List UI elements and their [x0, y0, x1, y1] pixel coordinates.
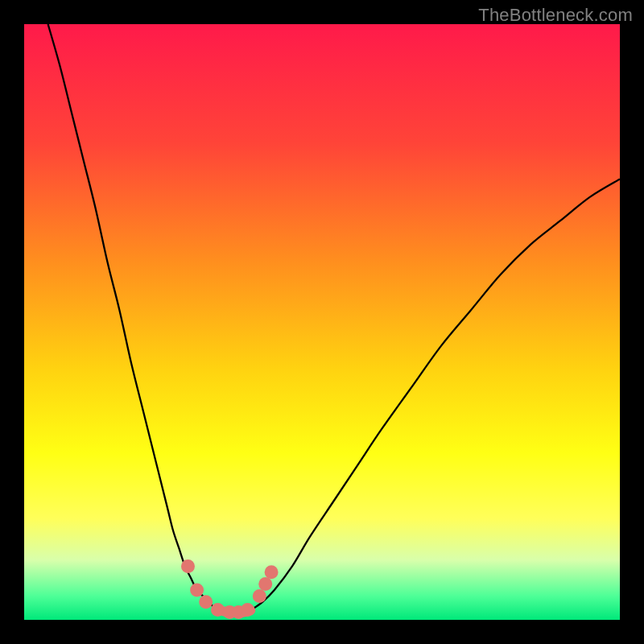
chart-frame: TheBottleneck.com	[0, 0, 644, 644]
plot-area	[24, 24, 620, 620]
marker-dot	[265, 565, 279, 579]
gradient-background	[24, 24, 620, 620]
marker-dot	[258, 577, 272, 591]
marker-dot	[241, 603, 254, 617]
chart-svg	[24, 24, 620, 620]
marker-dot	[181, 559, 195, 573]
marker-dot	[199, 595, 213, 609]
attribution-text: TheBottleneck.com	[478, 5, 633, 26]
marker-dot	[253, 589, 266, 603]
marker-dot	[211, 603, 225, 617]
marker-dot	[190, 584, 204, 597]
